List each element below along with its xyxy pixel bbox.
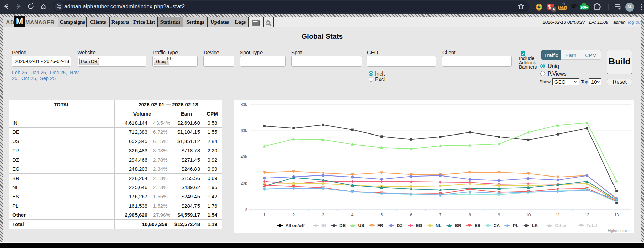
svg-text:Highcharts.com: Highcharts.com <box>608 229 631 233</box>
svg-text:6: 6 <box>410 213 412 218</box>
svg-text:40k: 40k <box>241 154 247 159</box>
svg-text:2: 2 <box>293 213 295 218</box>
svg-text:11: 11 <box>556 213 560 218</box>
svg-text:12: 12 <box>585 213 589 218</box>
svg-text:BR: BR <box>455 223 461 228</box>
svg-text:4: 4 <box>351 213 354 218</box>
svg-text:9: 9 <box>498 213 500 218</box>
svg-text:7: 7 <box>439 213 442 218</box>
svg-text:60k: 60k <box>241 128 247 133</box>
svg-text:PL: PL <box>513 223 519 228</box>
svg-text:IN: IN <box>321 223 326 228</box>
svg-text:DZ: DZ <box>397 223 402 228</box>
svg-text:3: 3 <box>322 213 324 218</box>
svg-text:Other: Other <box>555 223 567 228</box>
svg-text:US: US <box>358 223 365 228</box>
svg-text:200+: 200+ <box>580 6 588 9</box>
svg-text:1: 1 <box>263 213 266 218</box>
svg-text:302+: 302+ <box>559 6 566 10</box>
svg-text:EG: EG <box>416 223 422 228</box>
svg-text:FR: FR <box>377 223 383 228</box>
svg-text:0: 0 <box>245 207 247 212</box>
svg-text:CA: CA <box>494 223 500 228</box>
svg-text:13: 13 <box>614 213 619 218</box>
svg-text:20k: 20k <box>241 181 247 186</box>
svg-text:ES: ES <box>475 223 481 228</box>
svg-text:All on/off: All on/off <box>285 223 305 228</box>
svg-text:Total: Total <box>587 223 597 228</box>
svg-text:4: 4 <box>553 7 555 11</box>
svg-text:8: 8 <box>469 213 471 218</box>
svg-text:NL: NL <box>436 223 441 228</box>
svg-text:80k: 80k <box>241 102 247 107</box>
svg-text:10: 10 <box>526 213 531 218</box>
svg-text:5: 5 <box>380 213 383 218</box>
svg-text:LK: LK <box>532 223 538 228</box>
svg-text:DE: DE <box>339 223 346 228</box>
